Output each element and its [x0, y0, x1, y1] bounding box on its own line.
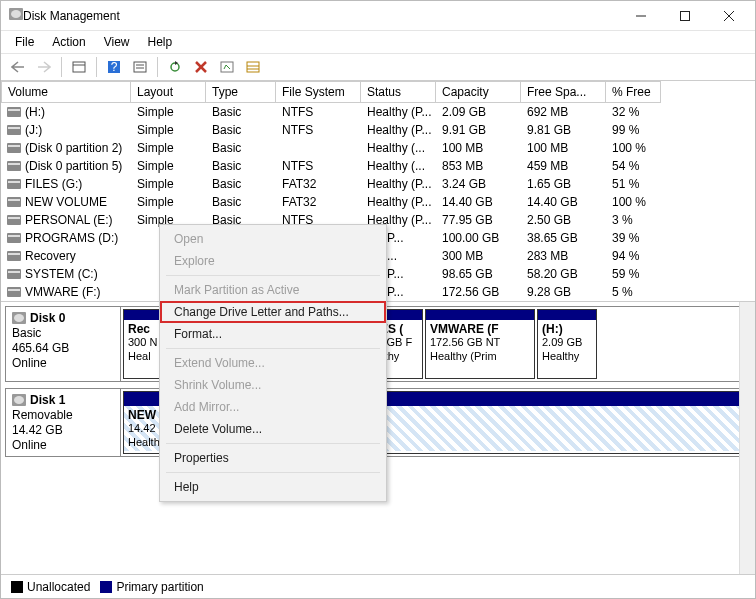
disk-0-info[interactable]: Disk 0 Basic 465.64 GB Online — [6, 307, 121, 381]
vol-free: 459 MB — [521, 157, 606, 175]
col-layout[interactable]: Layout — [131, 81, 206, 103]
vol-status: Healthy (P... — [361, 103, 436, 121]
vol-layout: Simple — [131, 193, 206, 211]
vol-status: Healthy (P... — [361, 175, 436, 193]
volume-name: Recovery — [1, 247, 131, 265]
volume-name: (H:) — [1, 103, 131, 121]
volume-name: NEW VOLUME — [1, 193, 131, 211]
cm-properties[interactable]: Properties — [160, 447, 386, 469]
vol-capacity: 100.00 GB — [436, 229, 521, 247]
vol-pct: 5 % — [606, 283, 661, 301]
vol-free: 38.65 GB — [521, 229, 606, 247]
vol-capacity: 172.56 GB — [436, 283, 521, 301]
menu-help[interactable]: Help — [140, 33, 181, 51]
volume-icon — [7, 125, 21, 135]
svg-rect-1 — [681, 11, 690, 20]
window-title: Disk Management — [23, 9, 619, 23]
vol-free: 1.65 GB — [521, 175, 606, 193]
minimize-button[interactable] — [619, 2, 663, 30]
volume-row[interactable]: FILES (G:)SimpleBasicFAT32Healthy (P...3… — [1, 175, 755, 193]
vol-pct: 54 % — [606, 157, 661, 175]
vol-capacity: 2.09 GB — [436, 103, 521, 121]
vol-free: 58.20 GB — [521, 265, 606, 283]
vol-pct: 32 % — [606, 103, 661, 121]
vol-type: Basic — [206, 157, 276, 175]
vol-type: Basic — [206, 103, 276, 121]
refresh-icon[interactable] — [164, 56, 186, 78]
cm-delete-volume[interactable]: Delete Volume... — [160, 418, 386, 440]
properties-icon[interactable] — [129, 56, 151, 78]
vol-free: 9.81 GB — [521, 121, 606, 139]
forward-button[interactable] — [33, 56, 55, 78]
cm-format[interactable]: Format... — [160, 323, 386, 345]
close-button[interactable] — [707, 2, 751, 30]
volume-icon — [7, 179, 21, 189]
volume-row[interactable]: (H:)SimpleBasicNTFSHealthy (P...2.09 GB6… — [1, 103, 755, 121]
col-type[interactable]: Type — [206, 81, 276, 103]
vol-fs — [276, 139, 361, 157]
cm-extend-volume[interactable]: Extend Volume... — [160, 352, 386, 374]
partition[interactable]: (H:)2.09 GBHealthy — [537, 309, 597, 379]
menu-view[interactable]: View — [96, 33, 138, 51]
cm-shrink-volume[interactable]: Shrink Volume... — [160, 374, 386, 396]
col-pctfree[interactable]: % Free — [606, 81, 661, 103]
disk-1-info[interactable]: Disk 1 Removable 14.42 GB Online — [6, 389, 121, 456]
vol-status: Healthy (P... — [361, 193, 436, 211]
volume-row[interactable]: (Disk 0 partition 2)SimpleBasicHealthy (… — [1, 139, 755, 157]
svg-rect-15 — [247, 62, 259, 72]
cm-explore[interactable]: Explore — [160, 250, 386, 272]
app-icon — [9, 8, 23, 23]
help-icon[interactable]: ? — [103, 56, 125, 78]
vol-pct: 100 % — [606, 139, 661, 157]
volume-row[interactable]: (Disk 0 partition 5)SimpleBasicNTFSHealt… — [1, 157, 755, 175]
volume-name: FILES (G:) — [1, 175, 131, 193]
action-icon[interactable] — [216, 56, 238, 78]
cm-help[interactable]: Help — [160, 476, 386, 498]
cm-change-drive-letter[interactable]: Change Drive Letter and Paths... — [160, 301, 386, 323]
vol-capacity: 77.95 GB — [436, 211, 521, 229]
vol-free: 283 MB — [521, 247, 606, 265]
vol-fs: FAT32 — [276, 193, 361, 211]
cm-mark-active[interactable]: Mark Partition as Active — [160, 279, 386, 301]
legend-primary: Primary partition — [100, 580, 203, 594]
col-status[interactable]: Status — [361, 81, 436, 103]
partition[interactable]: VMWARE (F172.56 GB NTHealthy (Prim — [425, 309, 535, 379]
disk-1-label: Disk 1 — [30, 393, 65, 407]
view-options-button[interactable] — [68, 56, 90, 78]
menu-file[interactable]: File — [7, 33, 42, 51]
cm-open[interactable]: Open — [160, 228, 386, 250]
svg-text:?: ? — [111, 60, 118, 74]
vertical-scrollbar[interactable] — [739, 302, 755, 574]
volume-name: PERSONAL (E:) — [1, 211, 131, 229]
back-button[interactable] — [7, 56, 29, 78]
vol-layout: Simple — [131, 121, 206, 139]
volume-header-row: Volume Layout Type File System Status Ca… — [1, 81, 755, 103]
vol-fs: FAT32 — [276, 175, 361, 193]
vol-capacity: 853 MB — [436, 157, 521, 175]
svg-rect-14 — [221, 62, 233, 72]
volume-name: (Disk 0 partition 2) — [1, 139, 131, 157]
vol-pct: 59 % — [606, 265, 661, 283]
vol-pct: 51 % — [606, 175, 661, 193]
disk-0-type: Basic — [12, 326, 114, 340]
col-volume[interactable]: Volume — [1, 81, 131, 103]
volume-name: PROGRAMS (D:) — [1, 229, 131, 247]
vol-capacity: 300 MB — [436, 247, 521, 265]
vol-layout: Simple — [131, 103, 206, 121]
delete-icon[interactable] — [190, 56, 212, 78]
vol-type: Basic — [206, 193, 276, 211]
volume-icon — [7, 161, 21, 171]
titlebar: Disk Management — [1, 1, 755, 31]
menu-action[interactable]: Action — [44, 33, 93, 51]
disk-0-size: 465.64 GB — [12, 341, 114, 355]
maximize-button[interactable] — [663, 2, 707, 30]
vol-capacity: 3.24 GB — [436, 175, 521, 193]
col-filesystem[interactable]: File System — [276, 81, 361, 103]
volume-row[interactable]: (J:)SimpleBasicNTFSHealthy (P...9.91 GB9… — [1, 121, 755, 139]
col-capacity[interactable]: Capacity — [436, 81, 521, 103]
cm-add-mirror[interactable]: Add Mirror... — [160, 396, 386, 418]
vol-layout: Simple — [131, 157, 206, 175]
list-icon[interactable] — [242, 56, 264, 78]
volume-row[interactable]: NEW VOLUMESimpleBasicFAT32Healthy (P...1… — [1, 193, 755, 211]
col-freespace[interactable]: Free Spa... — [521, 81, 606, 103]
